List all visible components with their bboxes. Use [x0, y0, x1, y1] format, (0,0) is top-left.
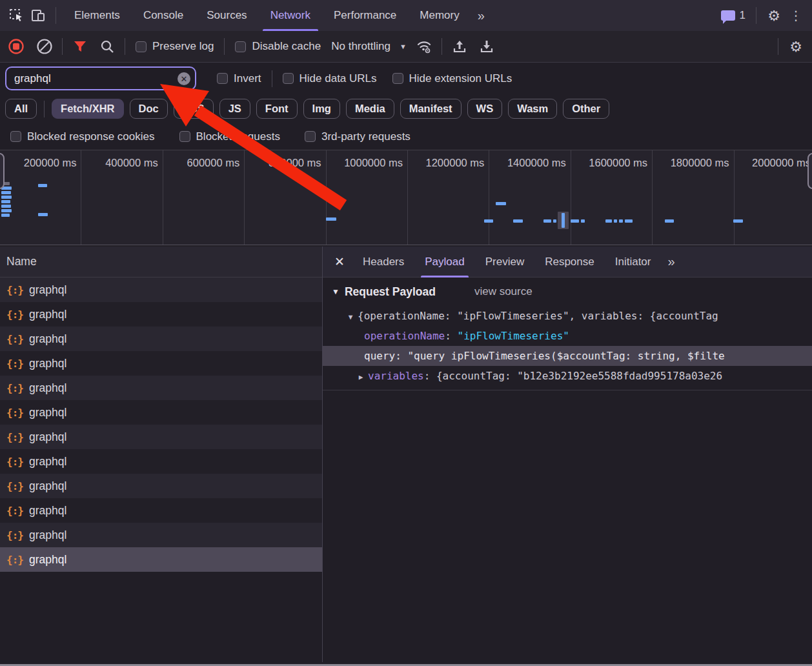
table-row[interactable]: {:} graphql: [0, 327, 322, 351]
table-row[interactable]: {:} graphql: [0, 376, 322, 400]
issues-counter-button[interactable]: 1: [717, 9, 749, 22]
hide-data-urls-checkbox[interactable]: Hide data URLs: [279, 72, 381, 85]
timeline-mark: [665, 219, 674, 223]
tab-sources[interactable]: Sources: [195, 0, 258, 31]
filter-value: graphql: [14, 72, 51, 85]
table-row[interactable]: {:} graphql: [0, 351, 322, 376]
chip-all[interactable]: All: [5, 99, 37, 119]
preserve-log-checkbox[interactable]: Preserve log: [132, 40, 218, 53]
timeline-label: 1400000 ms: [489, 150, 571, 245]
tab-payload[interactable]: Payload: [414, 247, 474, 278]
filter-input[interactable]: graphql ✕: [5, 66, 196, 90]
payload-row-operation-name[interactable]: operationName: "ipFlowTimeseries": [323, 326, 812, 346]
tab-response[interactable]: Response: [534, 247, 605, 278]
table-row-selected[interactable]: {:} graphql: [0, 547, 322, 572]
table-row[interactable]: {:} graphql: [0, 400, 322, 425]
request-details-pane: ✕ Headers Payload Preview Response Initi…: [323, 247, 812, 662]
settings-button[interactable]: ⚙: [763, 5, 785, 26]
record-network-log-button[interactable]: [5, 35, 27, 57]
third-party-requests-checkbox[interactable]: 3rd-party requests: [301, 130, 414, 143]
chip-manifest[interactable]: Manifest: [400, 99, 462, 119]
download-icon: [479, 39, 494, 54]
network-overview-timeline[interactable]: 200000 ms 400000 ms 600000 ms 800000 ms …: [0, 150, 812, 245]
search-button[interactable]: [96, 35, 118, 57]
blocked-requests-checkbox[interactable]: Blocked requests: [176, 130, 284, 143]
chip-js[interactable]: JS: [219, 99, 250, 119]
tab-headers[interactable]: Headers: [352, 247, 414, 278]
chip-font[interactable]: Font: [256, 99, 298, 119]
inspect-element-button[interactable]: [5, 5, 27, 26]
device-toolbar-button[interactable]: [27, 5, 49, 26]
import-har-button[interactable]: [449, 35, 471, 57]
table-row[interactable]: {:} graphql: [0, 474, 322, 498]
table-row[interactable]: {:} graphql: [0, 449, 322, 474]
network-content: Name {:} graphql {:} graphql {:} graphql…: [0, 247, 812, 662]
close-details-button[interactable]: ✕: [327, 247, 352, 278]
checkbox-icon: [392, 73, 403, 84]
payload-string-value: "ipFlowTimeseries": [458, 330, 569, 342]
wifi-gear-icon: [416, 38, 432, 55]
tab-network[interactable]: Network: [259, 0, 322, 31]
clear-network-log-button[interactable]: [34, 35, 56, 57]
table-row[interactable]: {:} graphql: [0, 523, 322, 547]
clear-filter-button[interactable]: ✕: [178, 72, 190, 85]
payload-row-query[interactable]: query: "query ipFlowTimeseries($accountT…: [323, 346, 812, 366]
tab-console[interactable]: Console: [132, 0, 195, 31]
more-tabs-chevron-icon[interactable]: »: [471, 8, 490, 23]
main-menu-button[interactable]: ⋮: [785, 5, 807, 26]
disable-cache-label: Disable cache: [252, 40, 321, 53]
chip-other[interactable]: Other: [563, 99, 609, 119]
request-name: graphql: [29, 406, 66, 419]
tab-memory[interactable]: Memory: [408, 0, 471, 31]
request-name: graphql: [29, 430, 66, 444]
tab-elements[interactable]: Elements: [63, 0, 132, 31]
resource-type-filter-row: All Fetch/XHR Doc CSS JS Font Img Media …: [0, 94, 812, 123]
filter-toggle-button[interactable]: [69, 35, 91, 57]
chip-wasm[interactable]: Wasm: [508, 99, 557, 119]
table-row[interactable]: {:} graphql: [0, 425, 322, 449]
export-har-button[interactable]: [476, 35, 498, 57]
hide-extension-urls-checkbox[interactable]: Hide extension URLs: [389, 72, 516, 85]
timeline-mark: [1, 200, 10, 203]
timeline-mark: [619, 219, 623, 223]
chip-css[interactable]: CSS: [174, 99, 214, 119]
chip-ws[interactable]: WS: [467, 99, 503, 119]
network-conditions-button[interactable]: [413, 35, 435, 57]
view-source-link[interactable]: view source: [474, 285, 533, 298]
devtools-window: Elements Console Sources Network Perform…: [0, 0, 812, 666]
throttling-value: No throttling: [331, 40, 391, 53]
chip-doc[interactable]: Doc: [130, 99, 168, 119]
tab-performance[interactable]: Performance: [322, 0, 408, 31]
expand-triangle-icon[interactable]: ▼: [343, 307, 358, 326]
timeline-mark: [496, 202, 506, 205]
throttling-select[interactable]: No throttling ▼: [325, 40, 413, 53]
chip-fetch-xhr[interactable]: Fetch/XHR: [52, 99, 123, 119]
table-row[interactable]: {:} graphql: [0, 302, 322, 327]
timeline-label: 600000 ms: [163, 150, 245, 245]
payload-preview-line[interactable]: ▼{operationName: "ipFlowTimeseries", var…: [323, 306, 812, 326]
chip-media[interactable]: Media: [346, 99, 394, 119]
network-settings-button[interactable]: ⚙: [785, 35, 807, 57]
disable-cache-checkbox[interactable]: Disable cache: [231, 40, 325, 53]
tab-initiator[interactable]: Initiator: [605, 247, 662, 278]
collapse-triangle-icon[interactable]: ▼: [332, 287, 340, 296]
table-row[interactable]: {:} graphql: [0, 278, 322, 302]
device-toolbar-icon: [30, 8, 46, 23]
json-braces-icon: {:}: [6, 554, 23, 566]
divider: [756, 7, 756, 24]
request-name: graphql: [29, 479, 66, 493]
expand-triangle-icon[interactable]: ▶: [354, 367, 368, 386]
chip-img[interactable]: Img: [303, 99, 340, 119]
invert-checkbox[interactable]: Invert: [213, 72, 265, 85]
more-detail-tabs-chevron-icon[interactable]: »: [661, 254, 680, 269]
timeline-left-handle[interactable]: [0, 153, 5, 189]
blocked-response-cookies-checkbox[interactable]: Blocked response cookies: [6, 130, 159, 143]
timeline-mark: [1, 191, 11, 194]
name-column-header[interactable]: Name: [0, 247, 322, 278]
table-row[interactable]: {:} graphql: [0, 498, 322, 523]
issues-bubble-icon: [721, 10, 735, 21]
payload-row-variables[interactable]: ▶variables: {accountTag: "b12e3b2192ee55…: [323, 366, 812, 386]
timeline-right-handle[interactable]: [807, 153, 812, 189]
network-toolbar: Preserve log Disable cache No throttling…: [0, 31, 812, 63]
tab-preview[interactable]: Preview: [475, 247, 534, 278]
